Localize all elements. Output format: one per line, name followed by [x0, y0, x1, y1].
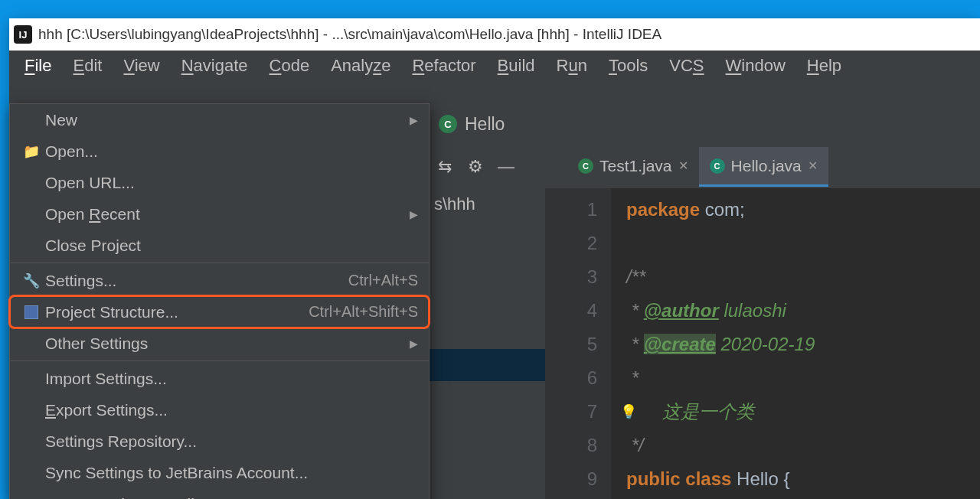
class-icon: C: [439, 115, 457, 133]
menu-item-settings-repository[interactable]: Settings Repository...: [10, 426, 429, 457]
line-number: 8: [545, 429, 597, 462]
menu-code[interactable]: Code: [259, 51, 321, 80]
menu-item-open-recent[interactable]: Open Recent ▶: [10, 198, 429, 230]
menu-separator: [10, 263, 429, 263]
menu-file[interactable]: File: [14, 51, 62, 80]
menu-item-import-settings[interactable]: Import Settings...: [10, 363, 429, 394]
tab-hello[interactable]: C Hello.java ✕: [699, 147, 828, 187]
menubar: File Edit View Navigate Code Analyze Ref…: [9, 51, 980, 81]
wrench-icon: 🔧: [21, 272, 42, 289]
tab-label: Hello.java: [731, 157, 802, 175]
intention-bulb-icon[interactable]: 💡: [620, 395, 637, 429]
menu-vcs[interactable]: VCS: [658, 51, 714, 80]
breadcrumb-item[interactable]: Hello: [465, 114, 505, 135]
line-number: 7: [545, 395, 597, 429]
project-tree-selection[interactable]: [430, 349, 545, 381]
app-icon: IJ: [14, 25, 32, 44]
menu-item-settings[interactable]: 🔧 Settings... Ctrl+Alt+S: [10, 265, 429, 296]
menu-item-sync-jetbrains[interactable]: Sync Settings to JetBrains Account...: [10, 457, 429, 488]
class-icon: C: [710, 158, 725, 174]
file-menu-dropdown: New ▶ 📁 Open... Open URL... Open Recent …: [9, 103, 430, 499]
code-editor[interactable]: 1 2 3 4 5 6 7 8 9 10 package com; /** * …: [545, 188, 980, 499]
menu-edit[interactable]: Edit: [62, 51, 113, 80]
menu-navigate[interactable]: Navigate: [171, 51, 259, 80]
folder-icon: 📁: [21, 143, 42, 160]
line-number: 9: [545, 462, 597, 496]
menu-item-open-url[interactable]: Open URL...: [10, 167, 429, 198]
class-icon: C: [578, 158, 593, 174]
menu-item-other-settings[interactable]: Other Settings ▶: [10, 328, 429, 359]
tab-label: Test1.java: [599, 157, 672, 175]
line-number: 1: [545, 193, 597, 227]
breadcrumb: C Hello: [430, 101, 980, 147]
submenu-arrow-icon: ▶: [410, 208, 418, 220]
menu-item-export-eclipse[interactable]: Export Project to Eclipse...: [10, 488, 429, 499]
window-title: hhh [C:\Users\lubingyang\IdeaProjects\hh…: [38, 26, 662, 43]
titlebar: IJ hhh [C:\Users\lubingyang\IdeaProjects…: [9, 18, 980, 51]
minimize-icon[interactable]: —: [491, 157, 521, 177]
menu-analyze[interactable]: Analyze: [320, 51, 401, 80]
menu-refactor[interactable]: Refactor: [401, 51, 486, 80]
submenu-arrow-icon: ▶: [410, 114, 418, 126]
menu-item-new[interactable]: New ▶: [10, 104, 429, 135]
line-number: 3: [545, 260, 597, 294]
gear-icon[interactable]: ⚙: [460, 157, 491, 177]
menu-run[interactable]: Run: [546, 51, 598, 80]
menu-view[interactable]: View: [113, 51, 170, 80]
line-number: 10: [545, 496, 597, 499]
code-area[interactable]: package com; /** * @author lulaoshi * @c…: [611, 188, 980, 499]
line-number: 4: [545, 294, 597, 328]
shortcut-label: Ctrl+Alt+S: [348, 272, 418, 289]
menu-separator: [10, 360, 429, 361]
submenu-arrow-icon: ▶: [410, 338, 418, 350]
menu-item-close-project[interactable]: Close Project: [10, 230, 429, 261]
close-icon[interactable]: ✕: [678, 158, 688, 173]
project-structure-icon: [21, 305, 42, 319]
menu-window[interactable]: Window: [715, 51, 796, 80]
editor-tabs: C Test1.java ✕ C Hello.java ✕: [567, 147, 828, 187]
menu-item-export-settings[interactable]: Export Settings...: [10, 394, 429, 426]
menu-help[interactable]: Help: [796, 51, 852, 80]
line-number: 5: [545, 328, 597, 361]
menu-build[interactable]: Build: [487, 51, 546, 80]
gutter: 1 2 3 4 5 6 7 8 9 10: [545, 188, 611, 499]
line-number: 2: [545, 227, 597, 260]
menu-item-project-structure[interactable]: Project Structure... Ctrl+Alt+Shift+S: [10, 296, 429, 328]
menu-tools[interactable]: Tools: [598, 51, 658, 80]
line-number: 6: [545, 361, 597, 395]
tab-test1[interactable]: C Test1.java ✕: [567, 147, 699, 187]
close-icon[interactable]: ✕: [808, 158, 818, 173]
collapse-icon[interactable]: ⇆: [430, 157, 460, 177]
menu-item-open[interactable]: 📁 Open...: [10, 135, 429, 167]
ide-window: IJ hhh [C:\Users\lubingyang\IdeaProjects…: [9, 18, 980, 499]
project-path: s\hhh: [430, 190, 475, 219]
project-toolbar: ⇆ ⚙ — C Test1.java ✕ C Hello.java ✕: [430, 147, 980, 187]
shortcut-label: Ctrl+Alt+Shift+S: [309, 303, 418, 321]
